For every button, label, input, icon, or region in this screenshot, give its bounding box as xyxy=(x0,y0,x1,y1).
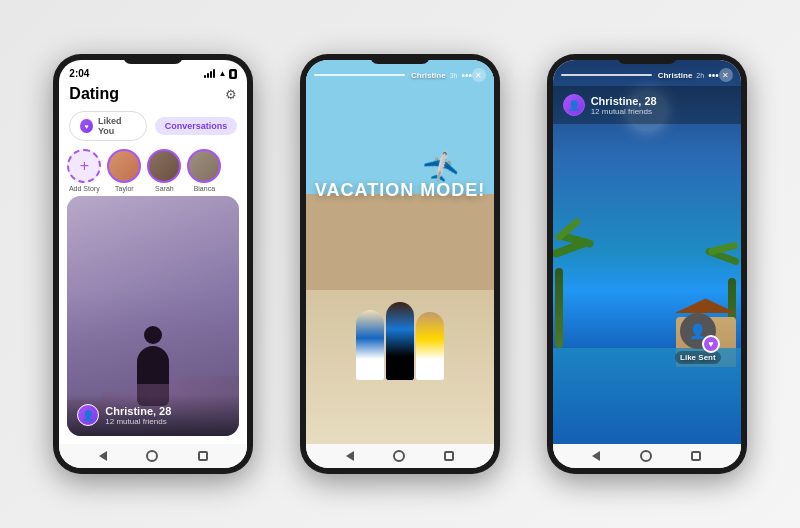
phone1-screen: 2:04 ▲ ▮ Dating ⚙ xyxy=(59,60,247,444)
back-button[interactable] xyxy=(99,451,107,461)
status-icons: ▲ ▮ xyxy=(204,69,237,79)
story2-username: Christine xyxy=(411,71,446,80)
story-add[interactable]: + Add Story xyxy=(67,149,101,192)
person-1 xyxy=(356,310,384,380)
story3-info: Christine, 28 12 mutual friends xyxy=(591,95,731,116)
add-story-label: Add Story xyxy=(69,185,100,192)
scene: 2:04 ▲ ▮ Dating ⚙ xyxy=(0,0,800,528)
tab-liked-label: Liked You xyxy=(98,116,136,136)
sarah-avatar xyxy=(147,149,181,183)
more-icon[interactable]: ••• xyxy=(461,70,472,81)
story-progress xyxy=(314,74,405,76)
back-button-3[interactable] xyxy=(592,451,600,461)
story3-avatar: 👤 xyxy=(563,94,585,116)
story3-bottom: 👤 Christine, 28 12 mutual friends xyxy=(553,86,741,124)
story-bianca[interactable]: Bianca xyxy=(187,149,221,192)
phone-2: Christine 3h ••• ✕ VAC xyxy=(300,54,500,474)
story3-fullscreen: Christine 2h ••• ✕ 👤 ♥ Like Sent xyxy=(553,60,741,444)
sarah-label: Sarah xyxy=(155,185,174,192)
story-sarah[interactable]: Sarah xyxy=(147,149,181,192)
profile-name: Christine, 28 xyxy=(105,405,229,417)
recent-button-2[interactable] xyxy=(444,451,454,461)
phone-notch-2 xyxy=(370,54,430,64)
home-button-3[interactable] xyxy=(640,450,652,462)
phone3-nav-bar xyxy=(553,444,741,468)
bianca-label: Bianca xyxy=(194,185,215,192)
tab-conversations-label: Conversations xyxy=(165,121,228,131)
phone2-nav-bar xyxy=(306,444,494,468)
recent-button-3[interactable] xyxy=(691,451,701,461)
phone-notch-3 xyxy=(617,54,677,64)
story2-time: 3h xyxy=(450,72,458,79)
tab-liked[interactable]: ♥ Liked You xyxy=(69,111,146,141)
vacation-text: VACATION MODE! xyxy=(315,180,485,201)
app-title: Dating xyxy=(69,85,119,103)
more-icon-3[interactable]: ••• xyxy=(708,70,719,81)
story3-mutual: 12 mutual friends xyxy=(591,107,731,116)
wifi-icon: ▲ xyxy=(218,69,226,78)
main-profile-card[interactable]: 👤 Christine, 28 12 mutual friends xyxy=(67,196,239,436)
like-sent-badge: 👤 ♥ Like Sent xyxy=(675,313,721,364)
phone2-screen: Christine 3h ••• ✕ VAC xyxy=(306,60,494,444)
add-story-circle: + xyxy=(67,149,101,183)
close-button-3[interactable]: ✕ xyxy=(719,68,733,82)
tab-bar: ♥ Liked You Conversations xyxy=(59,107,247,145)
story3-time: 2h xyxy=(696,72,704,79)
story-fullscreen: Christine 3h ••• ✕ VAC xyxy=(306,60,494,444)
recent-button[interactable] xyxy=(198,451,208,461)
taylor-label: Taylor xyxy=(115,185,134,192)
stories-row: + Add Story Taylor Sarah Bianca xyxy=(59,145,247,196)
phone1-nav-bar xyxy=(59,444,247,468)
phone-notch xyxy=(123,54,183,64)
close-button[interactable]: ✕ xyxy=(472,68,486,82)
story2-body: VACATION MODE! ✈️ xyxy=(306,86,494,400)
back-button-2[interactable] xyxy=(346,451,354,461)
status-time: 2:04 xyxy=(69,68,89,79)
story3-name: Christine, 28 xyxy=(591,95,731,107)
taylor-avatar xyxy=(107,149,141,183)
home-button-2[interactable] xyxy=(393,450,405,462)
app-header: Dating ⚙ xyxy=(59,83,247,107)
phone-1: 2:04 ▲ ▮ Dating ⚙ xyxy=(53,54,253,474)
gear-icon[interactable]: ⚙ xyxy=(225,87,237,102)
story3-progress xyxy=(561,74,652,76)
phone3-screen: Christine 2h ••• ✕ 👤 ♥ Like Sent xyxy=(553,60,741,444)
card-overlay: 👤 Christine, 28 12 mutual friends xyxy=(67,394,239,436)
person-2 xyxy=(386,302,414,380)
phone-3: Christine 2h ••• ✕ 👤 ♥ Like Sent xyxy=(547,54,747,474)
bianca-avatar xyxy=(187,149,221,183)
like-heart-icon: ♥ xyxy=(702,335,720,353)
plus-icon: + xyxy=(80,157,89,175)
signal-icon xyxy=(204,69,215,78)
like-avatar-stack: 👤 ♥ xyxy=(680,313,716,349)
tab-conversations[interactable]: Conversations xyxy=(155,117,238,135)
home-button[interactable] xyxy=(146,450,158,462)
story3-username: Christine xyxy=(658,71,693,80)
card-info: Christine, 28 12 mutual friends xyxy=(105,405,229,426)
person-3 xyxy=(416,312,444,380)
mutual-friends: 12 mutual friends xyxy=(105,417,229,426)
battery-icon: ▮ xyxy=(229,69,237,79)
like-sent-label: Like Sent xyxy=(675,351,721,364)
card-avatar: 👤 xyxy=(77,404,99,426)
heart-icon: ♥ xyxy=(80,119,93,133)
people-group xyxy=(356,302,444,380)
story-taylor[interactable]: Taylor xyxy=(107,149,141,192)
